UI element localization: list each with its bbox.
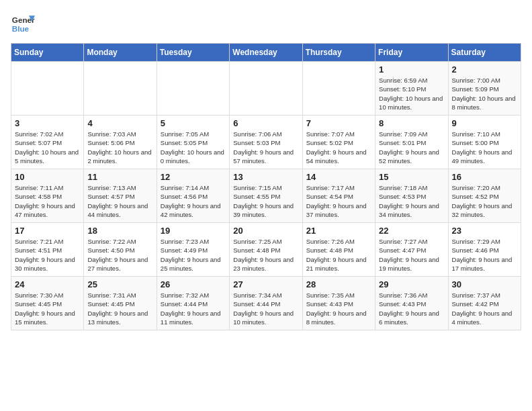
day-number: 7 xyxy=(306,118,371,128)
calendar-cell: 17Sunrise: 7:21 AM Sunset: 4:51 PM Dayli… xyxy=(11,223,84,277)
calendar-cell: 27Sunrise: 7:34 AM Sunset: 4:44 PM Dayli… xyxy=(230,277,302,330)
day-info: Sunrise: 7:35 AM Sunset: 4:43 PM Dayligh… xyxy=(306,291,371,326)
calendar-cell: 9Sunrise: 7:10 AM Sunset: 5:00 PM Daylig… xyxy=(448,116,521,169)
day-info: Sunrise: 7:17 AM Sunset: 4:54 PM Dayligh… xyxy=(306,183,371,219)
day-info: Sunrise: 7:05 AM Sunset: 5:05 PM Dayligh… xyxy=(161,130,226,165)
calendar-cell: 6Sunrise: 7:06 AM Sunset: 5:03 PM Daylig… xyxy=(230,116,302,169)
weekday-header-sunday: Sunday xyxy=(11,44,84,62)
page-header: General Blue xyxy=(11,11,521,35)
day-number: 21 xyxy=(306,226,371,236)
day-info: Sunrise: 7:09 AM Sunset: 5:01 PM Dayligh… xyxy=(379,130,444,165)
calendar-week-5: 24Sunrise: 7:30 AM Sunset: 4:45 PM Dayli… xyxy=(11,277,521,330)
day-info: Sunrise: 7:00 AM Sunset: 5:09 PM Dayligh… xyxy=(452,76,517,111)
day-info: Sunrise: 7:06 AM Sunset: 5:03 PM Dayligh… xyxy=(233,130,298,165)
calendar-cell: 28Sunrise: 7:35 AM Sunset: 4:43 PM Dayli… xyxy=(302,277,375,330)
calendar-week-2: 3Sunrise: 7:02 AM Sunset: 5:07 PM Daylig… xyxy=(11,116,521,169)
day-number: 10 xyxy=(15,172,80,182)
day-number: 17 xyxy=(15,226,80,236)
calendar-cell: 29Sunrise: 7:36 AM Sunset: 4:43 PM Dayli… xyxy=(375,277,448,330)
day-info: Sunrise: 7:32 AM Sunset: 4:44 PM Dayligh… xyxy=(161,291,226,326)
calendar-cell xyxy=(302,62,375,116)
calendar-week-3: 10Sunrise: 7:11 AM Sunset: 4:58 PM Dayli… xyxy=(11,169,521,223)
weekday-header-friday: Friday xyxy=(375,44,448,62)
day-number: 2 xyxy=(452,64,517,75)
calendar-cell: 25Sunrise: 7:31 AM Sunset: 4:45 PM Dayli… xyxy=(84,277,157,330)
day-number: 25 xyxy=(87,279,152,289)
day-info: Sunrise: 7:07 AM Sunset: 5:02 PM Dayligh… xyxy=(306,130,371,165)
calendar-cell: 4Sunrise: 7:03 AM Sunset: 5:06 PM Daylig… xyxy=(84,116,157,169)
day-info: Sunrise: 7:34 AM Sunset: 4:44 PM Dayligh… xyxy=(233,291,298,326)
weekday-header-thursday: Thursday xyxy=(302,44,375,62)
calendar-cell: 1Sunrise: 6:59 AM Sunset: 5:10 PM Daylig… xyxy=(375,62,448,116)
day-number: 28 xyxy=(306,279,371,289)
day-info: Sunrise: 7:21 AM Sunset: 4:51 PM Dayligh… xyxy=(15,237,80,273)
day-info: Sunrise: 7:10 AM Sunset: 5:00 PM Dayligh… xyxy=(452,130,517,165)
day-info: Sunrise: 7:36 AM Sunset: 4:43 PM Dayligh… xyxy=(379,291,444,326)
day-number: 23 xyxy=(452,226,517,236)
calendar-cell: 26Sunrise: 7:32 AM Sunset: 4:44 PM Dayli… xyxy=(157,277,229,330)
day-info: Sunrise: 7:20 AM Sunset: 4:52 PM Dayligh… xyxy=(452,183,517,219)
day-number: 24 xyxy=(15,279,80,289)
day-number: 18 xyxy=(87,226,152,236)
calendar-cell: 20Sunrise: 7:25 AM Sunset: 4:48 PM Dayli… xyxy=(230,223,302,277)
day-info: Sunrise: 6:59 AM Sunset: 5:10 PM Dayligh… xyxy=(379,76,444,111)
calendar-cell: 2Sunrise: 7:00 AM Sunset: 5:09 PM Daylig… xyxy=(448,62,521,116)
day-info: Sunrise: 7:27 AM Sunset: 4:47 PM Dayligh… xyxy=(379,237,444,273)
day-number: 14 xyxy=(306,172,371,182)
day-info: Sunrise: 7:15 AM Sunset: 4:55 PM Dayligh… xyxy=(233,183,298,219)
calendar-cell: 22Sunrise: 7:27 AM Sunset: 4:47 PM Dayli… xyxy=(375,223,448,277)
calendar-cell: 12Sunrise: 7:14 AM Sunset: 4:56 PM Dayli… xyxy=(157,169,229,223)
day-number: 3 xyxy=(15,118,80,128)
day-info: Sunrise: 7:13 AM Sunset: 4:57 PM Dayligh… xyxy=(87,183,152,219)
day-number: 27 xyxy=(233,279,298,289)
day-number: 15 xyxy=(379,172,444,182)
day-info: Sunrise: 7:30 AM Sunset: 4:45 PM Dayligh… xyxy=(15,291,80,326)
calendar-cell: 30Sunrise: 7:37 AM Sunset: 4:42 PM Dayli… xyxy=(448,277,521,330)
calendar-cell: 5Sunrise: 7:05 AM Sunset: 5:05 PM Daylig… xyxy=(157,116,229,169)
day-number: 11 xyxy=(87,172,152,182)
calendar-cell: 8Sunrise: 7:09 AM Sunset: 5:01 PM Daylig… xyxy=(375,116,448,169)
day-number: 22 xyxy=(379,226,444,236)
calendar-cell: 14Sunrise: 7:17 AM Sunset: 4:54 PM Dayli… xyxy=(302,169,375,223)
day-info: Sunrise: 7:26 AM Sunset: 4:48 PM Dayligh… xyxy=(306,237,371,273)
day-info: Sunrise: 7:14 AM Sunset: 4:56 PM Dayligh… xyxy=(161,183,226,219)
calendar-cell: 16Sunrise: 7:20 AM Sunset: 4:52 PM Dayli… xyxy=(448,169,521,223)
calendar-cell xyxy=(157,62,229,116)
day-number: 13 xyxy=(233,172,298,182)
day-number: 8 xyxy=(379,118,444,128)
day-number: 16 xyxy=(452,172,517,182)
day-number: 19 xyxy=(161,226,226,236)
calendar-cell: 10Sunrise: 7:11 AM Sunset: 4:58 PM Dayli… xyxy=(11,169,84,223)
calendar-cell: 24Sunrise: 7:30 AM Sunset: 4:45 PM Dayli… xyxy=(11,277,84,330)
day-number: 5 xyxy=(161,118,226,128)
weekday-header-wednesday: Wednesday xyxy=(230,44,302,62)
day-number: 30 xyxy=(452,279,517,289)
calendar-cell: 3Sunrise: 7:02 AM Sunset: 5:07 PM Daylig… xyxy=(11,116,84,169)
weekday-header-tuesday: Tuesday xyxy=(157,44,229,62)
day-number: 26 xyxy=(161,279,226,289)
calendar-cell: 13Sunrise: 7:15 AM Sunset: 4:55 PM Dayli… xyxy=(230,169,302,223)
day-number: 20 xyxy=(233,226,298,236)
calendar-cell: 21Sunrise: 7:26 AM Sunset: 4:48 PM Dayli… xyxy=(302,223,375,277)
calendar-cell: 15Sunrise: 7:18 AM Sunset: 4:53 PM Dayli… xyxy=(375,169,448,223)
calendar-cell: 19Sunrise: 7:23 AM Sunset: 4:49 PM Dayli… xyxy=(157,223,229,277)
calendar-cell: 7Sunrise: 7:07 AM Sunset: 5:02 PM Daylig… xyxy=(302,116,375,169)
day-info: Sunrise: 7:25 AM Sunset: 4:48 PM Dayligh… xyxy=(233,237,298,273)
day-info: Sunrise: 7:02 AM Sunset: 5:07 PM Dayligh… xyxy=(15,130,80,165)
calendar-cell xyxy=(11,62,84,116)
calendar-cell: 11Sunrise: 7:13 AM Sunset: 4:57 PM Dayli… xyxy=(84,169,157,223)
day-number: 6 xyxy=(233,118,298,128)
day-info: Sunrise: 7:37 AM Sunset: 4:42 PM Dayligh… xyxy=(452,291,517,326)
calendar-cell: 23Sunrise: 7:29 AM Sunset: 4:46 PM Dayli… xyxy=(448,223,521,277)
weekday-header-saturday: Saturday xyxy=(448,44,521,62)
weekday-header-monday: Monday xyxy=(84,44,157,62)
calendar-cell xyxy=(84,62,157,116)
day-info: Sunrise: 7:22 AM Sunset: 4:50 PM Dayligh… xyxy=(87,237,152,273)
logo: General Blue xyxy=(11,11,35,35)
day-number: 9 xyxy=(452,118,517,128)
calendar-cell: 18Sunrise: 7:22 AM Sunset: 4:50 PM Dayli… xyxy=(84,223,157,277)
day-info: Sunrise: 7:11 AM Sunset: 4:58 PM Dayligh… xyxy=(15,183,80,219)
day-info: Sunrise: 7:23 AM Sunset: 4:49 PM Dayligh… xyxy=(161,237,226,273)
calendar-cell xyxy=(230,62,302,116)
day-info: Sunrise: 7:31 AM Sunset: 4:45 PM Dayligh… xyxy=(87,291,152,326)
